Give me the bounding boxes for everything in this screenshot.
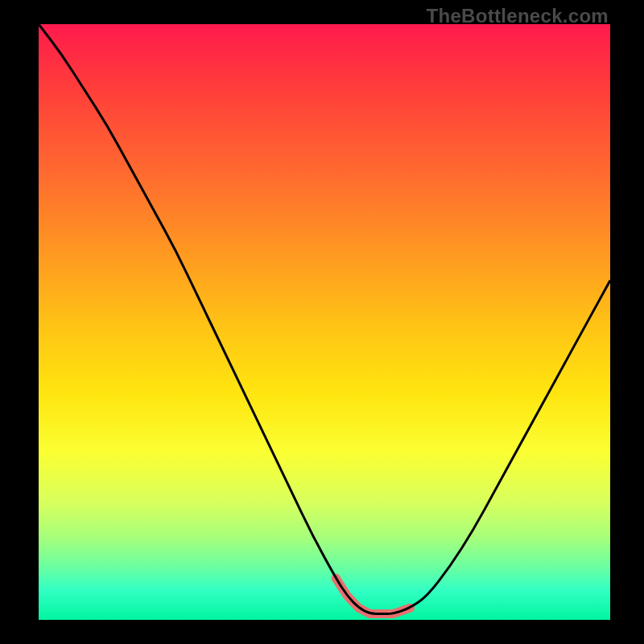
watermark-text: TheBottleneck.com xyxy=(427,5,609,27)
chart-svg xyxy=(39,24,610,620)
main-curve xyxy=(39,24,610,614)
plot-area xyxy=(39,24,610,620)
chart-frame: TheBottleneck.com xyxy=(0,0,644,644)
